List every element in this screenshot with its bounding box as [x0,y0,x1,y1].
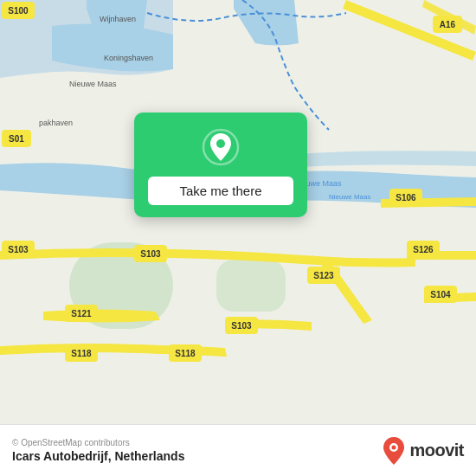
svg-text:S103: S103 [231,321,252,331]
footer-info: © OpenStreetMap contributors Icars Autob… [12,438,184,463]
svg-text:S126: S126 [413,245,434,254]
moovit-logo: moovit [382,436,464,466]
svg-point-38 [216,139,225,148]
location-title: Icars Autobedrijf, Netherlands [12,449,184,463]
svg-text:Koningshaven: Koningshaven [104,54,153,62]
footer: © OpenStreetMap contributors Icars Autob… [0,424,476,476]
take-me-there-button[interactable]: Take me there [148,177,293,205]
moovit-pin-icon [382,436,406,466]
svg-text:S123: S123 [313,271,334,280]
svg-text:S121: S121 [71,309,92,318]
svg-text:Nieuwe Maas: Nieuwe Maas [69,80,117,88]
svg-text:Wijnhaven: Wijnhaven [100,15,136,23]
take-me-there-popup[interactable]: Take me there [134,113,307,217]
svg-text:S106: S106 [396,193,416,203]
svg-point-40 [392,445,396,449]
svg-text:S01: S01 [9,134,24,144]
copyright-text: © OpenStreetMap contributors [12,438,184,447]
location-pin-icon [202,128,240,166]
svg-text:pakhaven: pakhaven [39,119,73,127]
svg-text:S118: S118 [71,349,92,358]
svg-text:S100: S100 [8,6,29,16]
map-container[interactable]: S100 S103 S103 S121 S118 S118 S103 S123 … [0,0,476,424]
svg-text:Nieuwe Maas: Nieuwe Maas [329,193,370,201]
moovit-text: moovit [409,441,464,460]
svg-rect-2 [216,260,286,312]
svg-text:S118: S118 [175,349,196,358]
svg-text:S103: S103 [140,249,161,259]
svg-text:S103: S103 [8,245,29,254]
svg-text:S104: S104 [430,290,451,299]
svg-text:A16: A16 [440,20,456,29]
